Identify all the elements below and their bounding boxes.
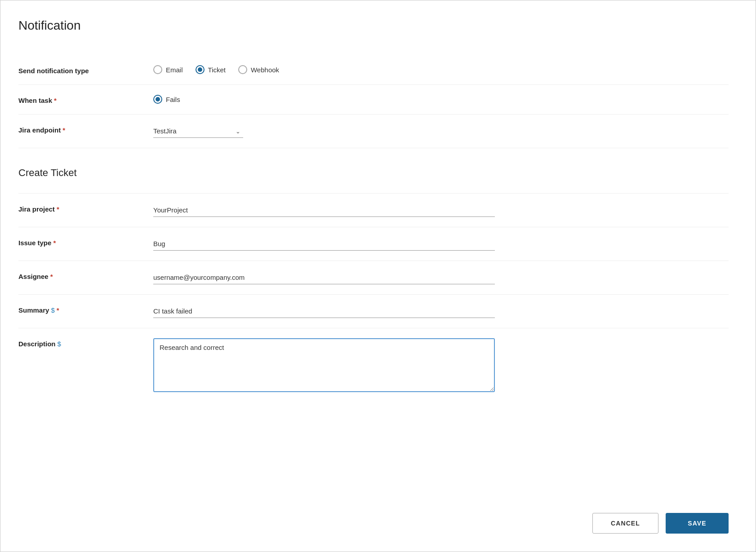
radio-email[interactable]: Email	[153, 65, 183, 74]
radio-ticket[interactable]: Ticket	[196, 65, 226, 74]
description-row: Description$ Research and correct	[18, 328, 729, 404]
page-title: Notification	[18, 18, 729, 33]
form-section: Send notification type Email Ticket Webh…	[18, 55, 729, 499]
create-ticket-heading-row: Create Ticket	[18, 148, 729, 193]
radio-ticket-label: Ticket	[208, 66, 226, 74]
description-textarea[interactable]: Research and correct	[153, 338, 495, 392]
issue-type-row: Issue type *	[18, 227, 729, 261]
assignee-control	[153, 271, 495, 284]
page-container: Notification Send notification type Emai…	[0, 0, 756, 552]
jira-endpoint-row: Jira endpoint * TestJiraOtherJira ⌄	[18, 115, 729, 148]
assignee-label: Assignee *	[18, 271, 153, 280]
jira-endpoint-select[interactable]: TestJiraOtherJira	[153, 124, 243, 138]
notification-type-options: Email Ticket Webhook	[153, 65, 495, 74]
radio-webhook-label: Webhook	[251, 66, 279, 74]
issue-type-input[interactable]	[153, 237, 495, 251]
radio-fails-circle[interactable]	[153, 95, 162, 104]
jira-endpoint-required-star: *	[62, 126, 65, 134]
summary-required-star: *	[57, 306, 59, 314]
jira-project-row: Jira project *	[18, 194, 729, 227]
notification-type-row: Send notification type Email Ticket Webh…	[18, 55, 729, 84]
issue-type-control	[153, 237, 495, 251]
save-button[interactable]: SAVE	[666, 513, 729, 534]
summary-control	[153, 305, 495, 318]
radio-webhook-circle[interactable]	[238, 65, 247, 74]
jira-endpoint-select-wrapper: TestJiraOtherJira ⌄	[153, 124, 243, 138]
when-task-label: When task *	[18, 95, 153, 104]
jira-project-input[interactable]	[153, 203, 495, 217]
summary-dollar-icon: $	[51, 306, 54, 314]
issue-type-label: Issue type *	[18, 237, 153, 247]
assignee-row: Assignee *	[18, 261, 729, 294]
jira-project-required-star: *	[57, 205, 59, 213]
radio-email-circle[interactable]	[153, 65, 162, 74]
description-label: Description$	[18, 338, 153, 348]
radio-ticket-circle[interactable]	[196, 65, 205, 74]
cancel-button[interactable]: CANCEL	[592, 513, 658, 534]
notification-type-label: Send notification type	[18, 65, 153, 75]
radio-webhook[interactable]: Webhook	[238, 65, 279, 74]
assignee-input[interactable]	[153, 271, 495, 284]
jira-endpoint-label: Jira endpoint *	[18, 124, 153, 134]
radio-fails[interactable]: Fails	[153, 95, 180, 104]
when-task-options: Fails	[153, 95, 495, 104]
description-control: Research and correct	[153, 338, 495, 394]
assignee-required-star: *	[50, 273, 53, 280]
description-dollar-icon: $	[58, 340, 61, 348]
issue-type-required-star: *	[53, 239, 56, 247]
footer-actions: CANCEL SAVE	[18, 499, 729, 534]
create-ticket-heading: Create Ticket	[18, 158, 77, 183]
summary-row: Summary$ *	[18, 295, 729, 328]
when-task-row: When task * Fails	[18, 85, 729, 114]
radio-email-label: Email	[166, 66, 183, 74]
jira-project-label: Jira project *	[18, 203, 153, 213]
radio-fails-label: Fails	[166, 96, 180, 103]
when-task-required-star: *	[54, 97, 57, 104]
jira-project-control	[153, 203, 495, 217]
jira-endpoint-control: TestJiraOtherJira ⌄	[153, 124, 495, 138]
summary-input[interactable]	[153, 305, 495, 318]
summary-label: Summary$ *	[18, 305, 153, 314]
